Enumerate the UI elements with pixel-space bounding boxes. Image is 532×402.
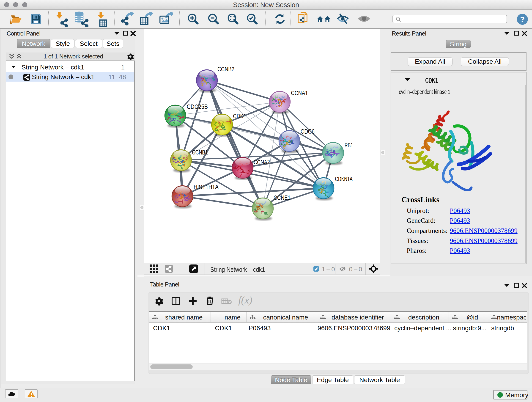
- svg-text:CDC6: CDC6: [301, 128, 315, 135]
- svg-text:CCNA1: CCNA1: [291, 89, 308, 96]
- svg-text:RB1: RB1: [345, 142, 353, 149]
- svg-text:CCNB1: CCNB1: [192, 149, 208, 156]
- svg-text:CDKN1A: CDKN1A: [335, 175, 353, 182]
- svg-text:CCNA2: CCNA2: [254, 159, 270, 166]
- svg-text:CDK1: CDK1: [233, 113, 246, 120]
- svg-text:CCNE1: CCNE1: [273, 194, 291, 201]
- svg-text:HIST1H1A: HIST1H1A: [194, 183, 219, 191]
- svg-text:CDC25B: CDC25B: [187, 103, 208, 110]
- svg-text:CCNB2: CCNB2: [217, 65, 234, 73]
